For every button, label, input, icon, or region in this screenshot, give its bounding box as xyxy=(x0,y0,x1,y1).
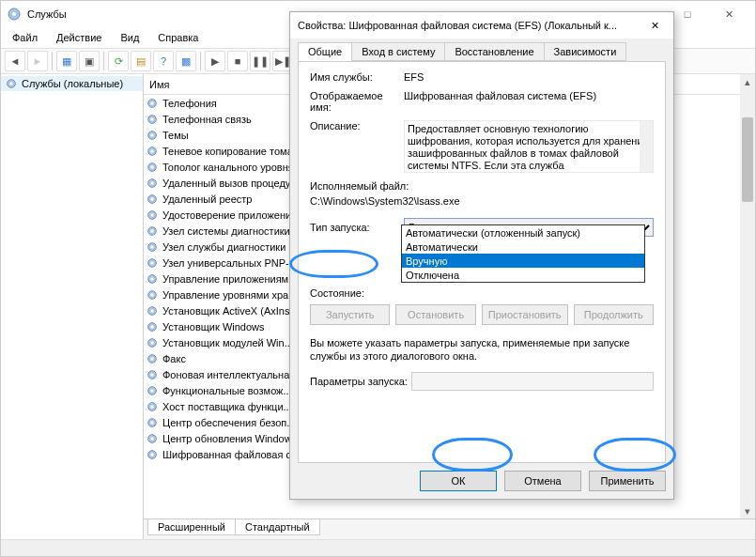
export-button[interactable]: ▤ xyxy=(131,51,151,71)
svg-point-29 xyxy=(150,293,154,297)
description-value: Предоставляет основную технологию шифров… xyxy=(404,120,654,173)
tab-recovery[interactable]: Восстановление xyxy=(444,42,544,61)
dialog-title: Свойства: Шифрованная файловая система (… xyxy=(298,20,636,31)
resume-service-button[interactable]: Продолжить xyxy=(574,304,654,325)
desc-scrollbar[interactable] xyxy=(640,121,653,172)
close-button[interactable]: ✕ xyxy=(708,1,749,27)
svg-point-21 xyxy=(150,229,154,233)
svg-point-49 xyxy=(150,453,154,456)
view-button[interactable]: ▣ xyxy=(79,51,100,71)
forward-button[interactable]: ► xyxy=(27,51,48,71)
startup-option-disabled[interactable]: Отключена xyxy=(402,268,644,282)
svg-point-27 xyxy=(150,277,154,281)
ok-button[interactable]: ОК xyxy=(420,471,497,491)
service-name-label: Имя службы: xyxy=(310,71,404,83)
params-label: Параметры запуска: xyxy=(310,376,408,387)
tree-node-label: Службы (локальные) xyxy=(22,78,123,89)
svg-point-45 xyxy=(150,421,154,425)
exe-label: Исполняемый файл: xyxy=(310,180,654,192)
tab-logon[interactable]: Вход в систему xyxy=(351,42,445,61)
statusbar xyxy=(1,539,755,556)
startup-option-delayed[interactable]: Автоматически (отложенный запуск) xyxy=(402,225,644,240)
exe-path: C:\Windows\System32\lsass.exe xyxy=(310,195,654,207)
svg-point-11 xyxy=(150,149,154,153)
svg-point-5 xyxy=(150,101,154,105)
vertical-scrollbar[interactable]: ▴ ▾ xyxy=(740,74,755,518)
svg-point-3 xyxy=(9,82,13,85)
service-name-value: EFS xyxy=(404,71,654,83)
startup-note: Вы можете указать параметры запуска, при… xyxy=(310,336,654,363)
about-button[interactable]: ▩ xyxy=(176,51,196,71)
refresh-button[interactable]: ⟳ xyxy=(108,51,129,71)
svg-point-41 xyxy=(150,389,154,393)
stop-button[interactable]: ■ xyxy=(227,51,248,71)
dialog-close-button[interactable]: ✕ xyxy=(636,12,673,39)
svg-point-17 xyxy=(150,197,154,201)
services-icon xyxy=(7,7,22,22)
col-name: Имя xyxy=(149,79,169,90)
svg-point-1 xyxy=(12,12,16,16)
back-button[interactable]: ◄ xyxy=(5,51,25,71)
tab-dependencies[interactable]: Зависимости xyxy=(544,42,627,61)
tab-general[interactable]: Общие xyxy=(298,42,352,61)
bottom-tabs: Расширенный Стандартный xyxy=(144,518,755,539)
tab-extended[interactable]: Расширенный xyxy=(147,519,236,535)
dialog-body: Имя службы: EFS Отображаемое имя: Шифров… xyxy=(298,61,666,463)
menu-file[interactable]: Файл xyxy=(3,29,47,46)
tree-node-services[interactable]: Службы (локальные) xyxy=(1,76,143,91)
pause-button[interactable]: ❚❚ xyxy=(250,51,270,71)
svg-point-31 xyxy=(150,309,154,313)
chevron-down-icon[interactable]: ▾ xyxy=(740,503,755,518)
svg-point-37 xyxy=(150,357,154,361)
gear-icon xyxy=(5,77,18,90)
menu-help[interactable]: Справка xyxy=(148,29,208,46)
svg-point-47 xyxy=(150,437,154,441)
scroll-thumb[interactable] xyxy=(742,117,753,202)
svg-point-43 xyxy=(150,405,154,409)
description-label: Описание: xyxy=(310,120,404,173)
dialog-tabs: Общие Вход в систему Восстановление Зави… xyxy=(298,42,666,61)
startup-dropdown-list[interactable]: Автоматически (отложенный запуск) Автома… xyxy=(401,224,645,283)
svg-point-25 xyxy=(150,261,154,265)
startup-option-auto[interactable]: Автоматически xyxy=(402,240,644,254)
svg-point-13 xyxy=(150,165,154,169)
properties-dialog: Свойства: Шифрованная файловая система (… xyxy=(289,11,674,500)
help-button[interactable]: ? xyxy=(153,51,174,71)
display-name-label: Отображаемое имя: xyxy=(310,90,404,113)
state-label: Состояние: xyxy=(310,287,404,299)
chevron-up-icon[interactable]: ▴ xyxy=(740,74,755,89)
pause-service-button[interactable]: Приостановить xyxy=(482,304,568,325)
apply-button[interactable]: Применить xyxy=(589,471,666,491)
svg-point-39 xyxy=(150,373,154,377)
tab-standard[interactable]: Стандартный xyxy=(235,519,320,535)
cancel-button[interactable]: Отмена xyxy=(504,471,581,491)
svg-point-35 xyxy=(150,341,154,345)
dialog-titlebar: Свойства: Шифрованная файловая система (… xyxy=(290,12,673,39)
menu-view[interactable]: Вид xyxy=(111,29,148,46)
start-service-button[interactable]: Запустить xyxy=(310,304,390,325)
startup-type-label: Тип запуска: xyxy=(310,222,404,233)
svg-point-15 xyxy=(150,181,154,185)
tree-sidebar: Службы (локальные) xyxy=(1,74,144,539)
show-hide-button[interactable]: ▦ xyxy=(56,51,77,71)
svg-point-23 xyxy=(150,245,154,249)
svg-point-9 xyxy=(150,133,154,137)
display-name-value: Шифрованная файловая система (EFS) xyxy=(404,90,654,113)
startup-option-manual[interactable]: Вручную xyxy=(402,254,644,268)
menu-action[interactable]: Действие xyxy=(47,29,111,46)
start-button[interactable]: ▶ xyxy=(205,51,225,71)
stop-service-button[interactable]: Остановить xyxy=(395,304,475,325)
params-input[interactable] xyxy=(411,372,654,391)
svg-point-19 xyxy=(150,213,154,217)
svg-point-33 xyxy=(150,325,154,329)
svg-point-7 xyxy=(150,117,154,121)
